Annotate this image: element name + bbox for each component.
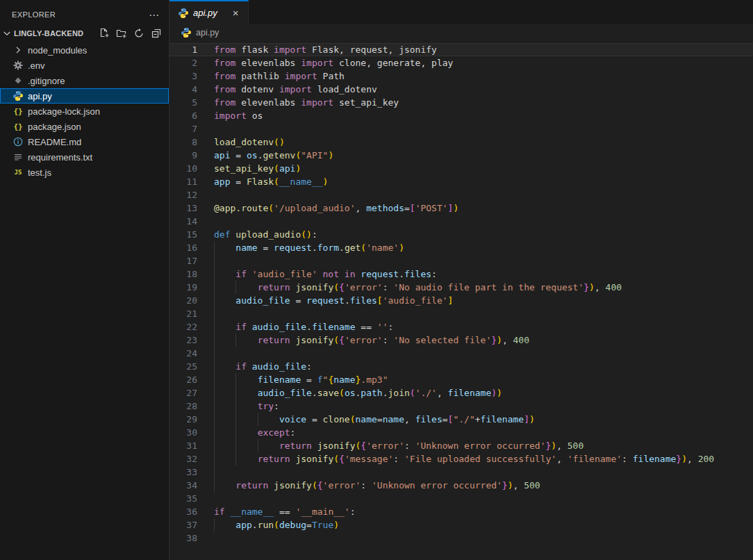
- code-line-11[interactable]: 11app = Flask(__name__): [169, 175, 753, 188]
- code-text: from flask import Flask, request, jsonif…: [214, 43, 753, 56]
- code-line-23[interactable]: 23 return jsonify({'error': 'No selected…: [169, 333, 753, 347]
- code-line-34[interactable]: 34 return jsonify({'error': 'Unknown err…: [169, 479, 753, 492]
- code-line-29[interactable]: 29 voice = clone(name=name, files=["./"+…: [169, 413, 753, 426]
- more-actions-button[interactable]: ⋯: [149, 10, 159, 20]
- code-line-22[interactable]: 22 if audio_file.filename == '':: [169, 320, 753, 333]
- line-number: 25: [169, 360, 197, 373]
- code-line-2[interactable]: 2from elevenlabs import clone, generate,…: [169, 56, 753, 69]
- indent-guide: [258, 413, 258, 426]
- code-text: return jsonify({'error': 'Unknown error …: [214, 479, 753, 492]
- code-line-33[interactable]: 33: [169, 466, 753, 479]
- python-icon: [178, 8, 189, 19]
- line-number: 32: [169, 452, 197, 466]
- line-number: 9: [169, 149, 197, 162]
- info-icon: [13, 136, 24, 147]
- file-name: package.json: [28, 122, 81, 132]
- code-line-19[interactable]: 19 return jsonify({'error': 'No audio fi…: [169, 281, 753, 294]
- line-number: 29: [169, 413, 197, 426]
- code-line-38[interactable]: 38: [169, 532, 753, 545]
- line-number: 21: [169, 307, 197, 320]
- code-line-35[interactable]: 35: [169, 492, 753, 505]
- code-line-25[interactable]: 25 if audio_file:: [169, 360, 753, 373]
- code-line-8[interactable]: 8load_dotenv(): [169, 135, 753, 149]
- code-line-4[interactable]: 4from dotenv import load_dotenv: [169, 83, 753, 96]
- code-text: from elevenlabs import clone, generate, …: [214, 56, 753, 69]
- line-number: 24: [169, 347, 197, 360]
- code-text: audio_file.save(os.path.join('./', filen…: [214, 386, 753, 400]
- code-text: [214, 532, 753, 545]
- file-item-requirements.txt[interactable]: requirements.txt: [0, 149, 169, 165]
- editor-area: api.py × api.py 1from flask import Flask…: [169, 0, 753, 560]
- braces-icon: {}: [13, 106, 24, 117]
- code-line-12[interactable]: 12: [169, 188, 753, 201]
- indent-guide: [214, 413, 215, 426]
- indent-guide: [235, 439, 236, 452]
- code-line-13[interactable]: 13@app.route('/upload_audio', methods=['…: [169, 201, 753, 215]
- breadcrumb[interactable]: api.py: [169, 24, 753, 41]
- code-line-7[interactable]: 7: [169, 122, 753, 135]
- code-line-5[interactable]: 5from elevenlabs import set_api_key: [169, 96, 753, 109]
- line-number: 10: [169, 162, 197, 175]
- line-number: 35: [169, 492, 197, 505]
- explorer-title: EXPLORER: [12, 10, 56, 19]
- code-line-20[interactable]: 20 audio_file = request.files['audio_fil…: [169, 294, 753, 307]
- code-text: name = request.form.get('name'): [214, 241, 753, 254]
- braces-icon: {}: [13, 121, 24, 132]
- file-item-.gitignore[interactable]: .gitignore: [0, 73, 169, 88]
- line-number: 31: [169, 439, 197, 452]
- code-line-36[interactable]: 36if __name__ == '__main__':: [169, 505, 753, 518]
- file-name: node_modules: [28, 45, 87, 56]
- code-line-21[interactable]: 21: [169, 307, 753, 320]
- code-text: return jsonify({'error': 'No audio file …: [214, 281, 753, 294]
- code-line-14[interactable]: 14: [169, 215, 753, 228]
- refresh-button[interactable]: [133, 28, 144, 39]
- code-text: return jsonify({'message': 'File uploade…: [214, 452, 753, 466]
- workspace-header[interactable]: LINGLY-BACKEND: [0, 25, 169, 41]
- code-line-9[interactable]: 9api = os.getenv("API"): [169, 149, 753, 162]
- code-line-32[interactable]: 32 return jsonify({'message': 'File uplo…: [169, 452, 753, 466]
- file-item-README.md[interactable]: README.md: [0, 134, 169, 149]
- vscode-window: EXPLORER ⋯ LINGLY-BACKEND node_modules.e…: [0, 0, 753, 560]
- textlines-icon: [13, 151, 24, 163]
- code-text: @app.route('/upload_audio', methods=['PO…: [214, 201, 753, 215]
- new-folder-button[interactable]: [116, 28, 127, 39]
- code-text: if audio_file:: [214, 360, 753, 373]
- code-line-24[interactable]: 24: [169, 347, 753, 360]
- indent-guide: [214, 281, 215, 294]
- code-line-10[interactable]: 10set_api_key(api): [169, 162, 753, 175]
- file-item-.env[interactable]: .env: [0, 58, 169, 73]
- file-item-package.json[interactable]: {}package.json: [0, 119, 169, 134]
- indent-guide: [258, 439, 258, 452]
- code-line-17[interactable]: 17: [169, 254, 753, 267]
- code-line-37[interactable]: 37 app.run(debug=True): [169, 518, 753, 532]
- line-number: 14: [169, 215, 197, 228]
- indent-guide: [235, 400, 236, 413]
- file-item-api.py[interactable]: api.py: [0, 88, 169, 104]
- indent-guide: [235, 413, 236, 426]
- code-line-28[interactable]: 28 try:: [169, 400, 753, 413]
- code-text: [214, 466, 753, 479]
- new-file-button[interactable]: [99, 28, 110, 39]
- file-item-test.js[interactable]: JStest.js: [0, 165, 169, 180]
- code-line-27[interactable]: 27 audio_file.save(os.path.join('./', fi…: [169, 386, 753, 400]
- code-line-30[interactable]: 30 except:: [169, 426, 753, 439]
- file-item-package-lock.json[interactable]: {}package-lock.json: [0, 104, 169, 119]
- code-line-3[interactable]: 3from pathlib import Path: [169, 69, 753, 83]
- code-line-26[interactable]: 26 filename = f"{name}.mp3": [169, 373, 753, 386]
- chevron-right-icon: [13, 44, 24, 56]
- python-icon: [181, 27, 192, 38]
- tab-close-button[interactable]: ×: [231, 8, 240, 18]
- collapse-all-button[interactable]: [151, 28, 162, 39]
- indent-guide: [214, 386, 215, 400]
- code-line-15[interactable]: 15def upload_audio():: [169, 228, 753, 241]
- file-name: test.js: [28, 167, 51, 178]
- code-line-6[interactable]: 6import os: [169, 109, 753, 122]
- file-item-node_modules[interactable]: node_modules: [0, 42, 169, 58]
- code-text: [214, 215, 753, 228]
- code-line-18[interactable]: 18 if 'audio_file' not in request.files:: [169, 267, 753, 281]
- code-line-31[interactable]: 31 return jsonify({'error': 'Unknown err…: [169, 439, 753, 452]
- tab-api-py[interactable]: api.py ×: [169, 0, 249, 24]
- code-line-16[interactable]: 16 name = request.form.get('name'): [169, 241, 753, 254]
- code-text: try:: [214, 400, 753, 413]
- code-line-1[interactable]: 1from flask import Flask, request, jsoni…: [169, 43, 753, 56]
